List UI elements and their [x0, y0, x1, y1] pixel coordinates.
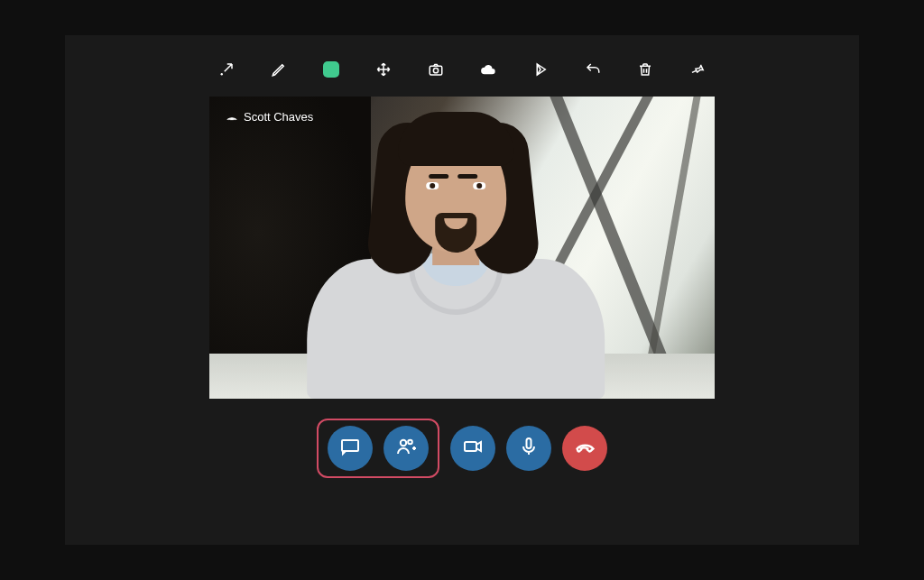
video-button[interactable] [450, 426, 495, 471]
svg-point-6 [408, 440, 412, 445]
pencil-icon[interactable] [270, 60, 288, 78]
microphone-icon [518, 436, 540, 461]
chat-button[interactable] [328, 426, 373, 471]
pin-icon[interactable] [688, 60, 707, 78]
video-icon [462, 436, 484, 461]
participant-name-text: Scott Chaves [244, 110, 313, 124]
add-participant-button[interactable] [383, 426, 429, 471]
svg-rect-4 [342, 440, 358, 451]
camera-icon[interactable] [427, 60, 445, 78]
signal-icon [226, 109, 238, 124]
hangup-icon [574, 436, 596, 461]
people-plus-icon [395, 436, 417, 461]
participant-video: Scott Chaves [209, 97, 715, 399]
svg-rect-8 [527, 438, 531, 448]
highlighted-control-group [317, 419, 439, 478]
svg-rect-1 [430, 66, 442, 75]
undo-icon[interactable] [584, 60, 602, 78]
participant-name-overlay: Scott Chaves [226, 109, 313, 124]
play-icon[interactable] [531, 60, 550, 78]
svg-rect-7 [465, 442, 476, 451]
svg-point-0 [221, 73, 223, 75]
shape-icon[interactable] [322, 60, 340, 78]
cloud-icon[interactable] [479, 60, 497, 78]
svg-point-5 [401, 440, 406, 446]
trash-icon[interactable] [636, 60, 654, 78]
participant-figure [302, 137, 609, 399]
video-call-window: Scott Chaves [65, 35, 859, 545]
call-controls [317, 419, 607, 478]
chat-icon [339, 436, 361, 461]
hangup-button[interactable] [562, 426, 607, 471]
move-icon[interactable] [374, 60, 393, 78]
minimize-icon[interactable] [217, 60, 236, 78]
svg-point-2 [433, 68, 438, 72]
microphone-button[interactable] [506, 426, 551, 471]
annotation-toolbar [65, 35, 859, 89]
svg-point-3 [231, 119, 232, 120]
